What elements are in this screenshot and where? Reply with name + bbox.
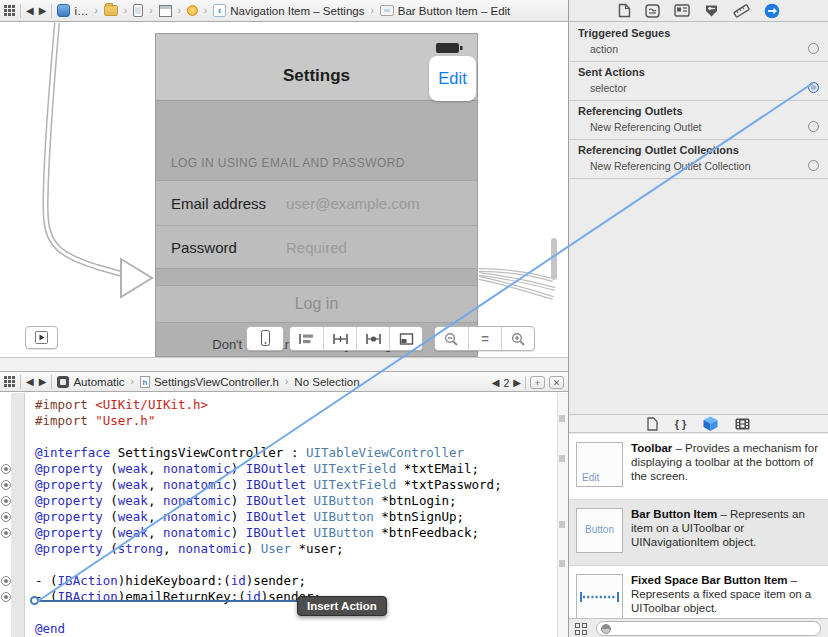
connection-well-icon[interactable] bbox=[808, 43, 819, 54]
edit-bar-button[interactable]: Edit bbox=[429, 56, 476, 101]
source-editor[interactable]: #import <UIKit/UIKit.h>#import "User.h"@… bbox=[0, 393, 568, 637]
equals-icon: = bbox=[481, 331, 489, 346]
editor-scrollbar[interactable] bbox=[557, 393, 568, 637]
breadcrumb-selection[interactable]: No Selection bbox=[294, 376, 359, 388]
breadcrumb-project[interactable]: i… bbox=[57, 4, 88, 17]
fixed-space-icon bbox=[577, 575, 622, 618]
library-search-field[interactable] bbox=[596, 621, 821, 636]
connection-row: New Referencing Outlet bbox=[569, 119, 828, 136]
align-button[interactable] bbox=[356, 327, 389, 350]
connection-well-icon[interactable] bbox=[1, 480, 11, 490]
size-inspector-tab[interactable] bbox=[733, 4, 750, 18]
breadcrumb-navigation-item[interactable]: ‹ Navigation Item – Settings bbox=[213, 4, 364, 17]
connection-well-icon[interactable] bbox=[1, 592, 11, 602]
code-line[interactable]: @property (strong, nonatomic) User *user… bbox=[0, 541, 556, 557]
resolve-issues-button[interactable] bbox=[389, 327, 422, 350]
zoom-reset-button[interactable]: = bbox=[468, 327, 501, 350]
connection-well-icon[interactable] bbox=[1, 512, 11, 522]
interface-builder-jump-bar: ◀ ▶ i… › › › › › ‹ Navigation Item – Set… bbox=[0, 0, 568, 22]
connection-well-icon[interactable] bbox=[808, 160, 819, 171]
table-row[interactable]: PasswordRequired bbox=[156, 225, 477, 269]
breadcrumb-file[interactable]: h SettingsViewController.h bbox=[140, 376, 279, 388]
connection-well-icon[interactable] bbox=[1, 576, 11, 586]
previous-counterpart-button[interactable]: ◀ bbox=[492, 377, 500, 388]
code-line[interactable] bbox=[0, 557, 556, 573]
assistant-mode-menu[interactable]: Automatic bbox=[57, 376, 124, 388]
connection-well-icon[interactable] bbox=[1, 528, 11, 538]
code-line[interactable]: #import "User.h" bbox=[0, 413, 556, 429]
close-assistant-editor-button[interactable]: ✕ bbox=[549, 376, 564, 389]
editor-split-divider[interactable] bbox=[0, 357, 568, 371]
next-counterpart-button[interactable]: ▶ bbox=[513, 377, 521, 388]
connection-well-active-icon[interactable] bbox=[808, 82, 819, 93]
connection-well-icon[interactable] bbox=[1, 464, 11, 474]
media-library-tab[interactable] bbox=[735, 418, 750, 430]
code-line[interactable]: @property (weak, nonatomic) IBOutlet UIT… bbox=[0, 461, 556, 477]
code-line[interactable]: @property (weak, nonatomic) IBOutlet UIB… bbox=[0, 509, 556, 525]
navigation-bar[interactable]: Settings Edit bbox=[156, 34, 477, 101]
code-token: , bbox=[148, 493, 163, 508]
table-row[interactable]: Email addressuser@example.com bbox=[156, 181, 477, 225]
library-item-thumbnail bbox=[576, 574, 623, 618]
related-items-icon[interactable] bbox=[4, 5, 15, 16]
text-field-placeholder[interactable]: Required bbox=[286, 239, 347, 256]
breadcrumb-folder-icon[interactable] bbox=[104, 5, 118, 16]
code-token: ) bbox=[231, 461, 246, 476]
code-line[interactable]: - (IBAction)emailReturnKey:(id)sender; bbox=[0, 589, 556, 605]
pin-constraints-button[interactable] bbox=[323, 327, 356, 350]
code-line[interactable] bbox=[0, 429, 556, 445]
library-item[interactable]: ButtonBar Button Item – Represents an it… bbox=[569, 500, 828, 566]
forward-button[interactable]: ▶ bbox=[39, 5, 47, 16]
related-items-icon[interactable] bbox=[4, 376, 15, 387]
library-view-mode-icon[interactable] bbox=[575, 623, 587, 635]
connection-well-icon[interactable] bbox=[1, 496, 11, 506]
library-item-thumbnail: Button bbox=[576, 508, 623, 553]
code-line[interactable]: @end bbox=[0, 621, 556, 637]
device-size-button[interactable] bbox=[246, 326, 284, 351]
object-library-tab[interactable] bbox=[703, 416, 718, 431]
settings-view-controller[interactable]: Settings Edit LOG IN USING EMAIL AND PAS… bbox=[155, 33, 478, 357]
code-snippet-library-tab[interactable]: { } bbox=[675, 418, 687, 430]
connections-inspector-tab[interactable] bbox=[764, 3, 780, 19]
add-assistant-editor-button[interactable]: + bbox=[530, 376, 545, 389]
breadcrumb-scene-icon[interactable] bbox=[159, 5, 172, 17]
code-line[interactable]: @property (weak, nonatomic) IBOutlet UIB… bbox=[0, 525, 556, 541]
code-line[interactable]: @property (weak, nonatomic) IBOutlet UIT… bbox=[0, 477, 556, 493]
file-template-library-tab[interactable] bbox=[647, 417, 658, 431]
code-line[interactable]: #import <UIKit/UIKit.h> bbox=[0, 397, 556, 413]
connection-well-icon[interactable] bbox=[808, 121, 819, 132]
code-line[interactable] bbox=[0, 605, 556, 621]
zoom-out-button[interactable] bbox=[435, 327, 468, 350]
breadcrumb-storyboard-icon[interactable] bbox=[133, 4, 143, 17]
canvas-scrollbar[interactable] bbox=[551, 238, 557, 280]
code-token: weak bbox=[118, 493, 148, 508]
stack-icon bbox=[298, 333, 315, 345]
connection-row: selector bbox=[569, 80, 828, 97]
library-item[interactable]: EditToolbar – Provides a mechanism for d… bbox=[569, 434, 828, 500]
bar-button-item-icon bbox=[380, 5, 394, 16]
breadcrumb-viewcontroller-icon[interactable] bbox=[187, 5, 198, 16]
stack-button[interactable] bbox=[290, 327, 323, 350]
login-button[interactable]: Log in bbox=[156, 285, 477, 323]
identity-inspector-tab[interactable] bbox=[674, 4, 690, 17]
quick-help-inspector-tab[interactable] bbox=[645, 4, 660, 18]
attributes-inspector-tab[interactable] bbox=[704, 4, 719, 18]
back-button[interactable]: ◀ bbox=[26, 5, 34, 16]
preview-button[interactable] bbox=[25, 326, 58, 349]
code-line[interactable]: @property (weak, nonatomic) IBOutlet UIB… bbox=[0, 493, 556, 509]
code-line[interactable]: @interface SettingsViewController : UITa… bbox=[0, 445, 556, 461]
library-item[interactable]: Fixed Space Bar Button Item – Represents… bbox=[569, 566, 828, 618]
zoom-in-button[interactable] bbox=[501, 327, 534, 350]
forward-button[interactable]: ▶ bbox=[39, 376, 47, 387]
breadcrumb-bar-button-item[interactable]: Bar Button Item – Edit bbox=[380, 5, 511, 17]
xcode-window: ◀ ▶ i… › › › › › ‹ Navigation Item – Set… bbox=[0, 0, 828, 637]
back-button[interactable]: ◀ bbox=[26, 376, 34, 387]
code-token: weak bbox=[118, 509, 148, 524]
text-field-placeholder[interactable]: user@example.com bbox=[286, 195, 420, 212]
interface-builder-canvas[interactable]: Settings Edit LOG IN USING EMAIL AND PAS… bbox=[0, 23, 568, 357]
connection-row: action bbox=[569, 41, 828, 58]
code-token: nonatomic bbox=[163, 477, 231, 492]
code-line[interactable]: - (IBAction)hideKeyboard:(id)sender; bbox=[0, 573, 556, 589]
action-insertion-well[interactable] bbox=[30, 596, 39, 605]
file-inspector-tab[interactable] bbox=[618, 3, 631, 18]
